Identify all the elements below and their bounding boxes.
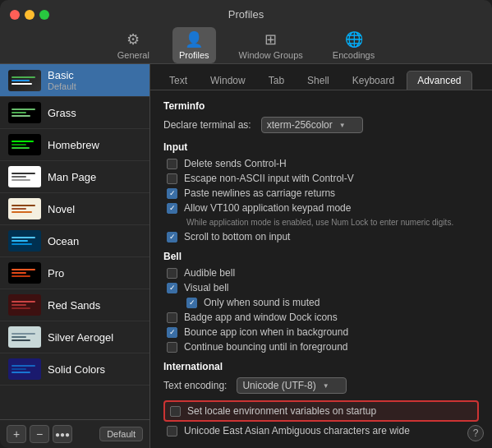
- profile-thumb-silver-aerogel: [8, 326, 41, 348]
- default-button[interactable]: Default: [99, 427, 143, 441]
- profile-list: Basic Default Grass: [0, 64, 149, 419]
- toolbar-encodings[interactable]: 🌐 Encodings: [326, 27, 381, 63]
- profile-info-red-sands: Red Sands: [48, 299, 100, 312]
- profile-item-grass[interactable]: Grass: [0, 97, 149, 129]
- vt100-hint: While application mode is enabled, use N…: [163, 217, 479, 228]
- label-badge-app: Badge app and window Dock icons: [184, 312, 338, 323]
- toolbar-general[interactable]: ⚙ General: [111, 27, 156, 63]
- profile-info-grass: Grass: [48, 107, 76, 119]
- profiles-icon: 👤: [185, 30, 203, 48]
- checkbox-allow-vt100[interactable]: [167, 203, 177, 214]
- bell-badge-app: Badge app and window Dock icons: [163, 312, 479, 323]
- label-visual-bell: Visual bell: [184, 282, 228, 293]
- input-option-1: Escape non-ASCII input with Control-V: [163, 173, 479, 184]
- content-area: Text Window Tab Shell Keyboard Advanced …: [150, 64, 492, 448]
- bell-continue-bouncing: Continue bouncing until in foreground: [163, 341, 479, 353]
- profile-item-homebrew[interactable]: Homebrew: [0, 129, 149, 161]
- tab-shell[interactable]: Shell: [297, 71, 340, 90]
- sidebar: Basic Default Grass: [0, 64, 150, 448]
- profile-thumb-red-sands: [8, 294, 41, 316]
- bell-audible: Audible bell: [163, 267, 479, 279]
- profile-thumb-novel: [8, 198, 41, 219]
- input-option-2: Paste newlines as carriage returns: [163, 187, 479, 199]
- toolbar-window-groups-label: Window Groups: [239, 50, 303, 60]
- toolbar-profiles[interactable]: 👤 Profiles: [172, 27, 216, 63]
- bell-section-title: Bell: [163, 251, 479, 262]
- checkbox-paste-newlines[interactable]: [167, 188, 177, 199]
- encoding-row: Text encoding: Unicode (UTF-8): [163, 377, 479, 394]
- tab-text[interactable]: Text: [159, 71, 198, 90]
- settings-panel: Terminfo Declare terminal as: xterm-256c…: [150, 90, 492, 448]
- checkbox-visual-bell[interactable]: [167, 283, 177, 293]
- minimize-button[interactable]: [25, 10, 34, 20]
- main-area: Basic Default Grass: [0, 64, 492, 448]
- window-groups-icon: ⊞: [264, 30, 277, 48]
- checkbox-audible-bell[interactable]: [167, 268, 177, 279]
- toolbar-window-groups[interactable]: ⊞ Window Groups: [232, 27, 310, 63]
- close-button[interactable]: [10, 10, 20, 20]
- profile-name-novel: Novel: [48, 203, 75, 215]
- label-scroll-bottom: Scroll to bottom on input: [184, 231, 290, 242]
- profile-name-homebrew: Homebrew: [48, 139, 99, 151]
- terminfo-dropdown[interactable]: xterm-256color: [261, 117, 363, 133]
- profile-item-pro[interactable]: Pro: [0, 257, 149, 289]
- checkbox-delete-ctrl-h[interactable]: [167, 159, 177, 169]
- profile-item-silver-aerogel[interactable]: Silver Aerogel: [0, 321, 149, 353]
- checkbox-scroll-bottom[interactable]: [167, 232, 177, 242]
- checkbox-escape-non-ascii[interactable]: [167, 173, 177, 184]
- bell-bounce-app: Bounce app icon when in background: [163, 326, 479, 338]
- label-delete-ctrl-h: Delete sends Control-H: [184, 158, 287, 169]
- profile-name-man-page: Man Page: [48, 171, 96, 183]
- add-profile-button[interactable]: +: [7, 425, 26, 443]
- checkbox-continue-bouncing[interactable]: [167, 342, 177, 353]
- window-title: Profiles: [228, 8, 264, 21]
- profile-name-pro: Pro: [48, 267, 64, 279]
- profile-item-red-sands[interactable]: Red Sands: [0, 289, 149, 321]
- label-paste-newlines: Paste newlines as carriage returns: [184, 187, 335, 199]
- help-button[interactable]: ?: [467, 425, 484, 441]
- encoding-dropdown[interactable]: Unicode (UTF-8): [237, 377, 346, 394]
- label-allow-vt100: Allow VT100 application keypad mode: [184, 202, 351, 214]
- action-profile-button[interactable]: ●●●: [53, 425, 72, 443]
- remove-profile-button[interactable]: −: [30, 425, 49, 443]
- checkbox-set-locale[interactable]: [170, 406, 181, 417]
- set-locale-row: Set locale environment variables on star…: [163, 400, 479, 422]
- international-section-title: International: [163, 361, 479, 372]
- terminfo-dropdown-value: xterm-256color: [267, 119, 333, 131]
- tab-bar: Text Window Tab Shell Keyboard Advanced: [150, 64, 492, 90]
- profile-item-novel[interactable]: Novel: [0, 193, 149, 225]
- checkbox-only-muted[interactable]: [186, 298, 197, 308]
- profile-info-ocean: Ocean: [48, 235, 79, 247]
- label-bounce-app: Bounce app icon when in background: [184, 326, 348, 338]
- profile-info-man-page: Man Page: [48, 171, 96, 183]
- profile-name-red-sands: Red Sands: [48, 299, 100, 312]
- traffic-lights: [10, 10, 49, 20]
- content-wrapper: Text Window Tab Shell Keyboard Advanced …: [150, 64, 492, 448]
- tab-tab[interactable]: Tab: [258, 71, 295, 90]
- profile-info-solid-colors: Solid Colors: [48, 363, 105, 376]
- tab-advanced[interactable]: Advanced: [407, 71, 471, 90]
- bell-visual: Visual bell: [163, 282, 479, 293]
- profile-name-ocean: Ocean: [48, 235, 79, 247]
- tab-window[interactable]: Window: [200, 71, 256, 90]
- input-section-title: Input: [163, 141, 479, 153]
- profile-thumb-homebrew: [8, 134, 41, 155]
- profile-name-silver-aerogel: Silver Aerogel: [48, 331, 113, 344]
- profile-thumb-man-page: [8, 166, 41, 187]
- tab-keyboard[interactable]: Keyboard: [342, 71, 405, 90]
- checkbox-unicode-east-asian[interactable]: [167, 426, 177, 436]
- general-icon: ⚙: [126, 30, 140, 48]
- profile-item-solid-colors[interactable]: Solid Colors: [0, 353, 149, 386]
- checkbox-badge-app[interactable]: [167, 312, 177, 323]
- profile-item-basic[interactable]: Basic Default: [0, 64, 149, 97]
- input-scroll-bottom: Scroll to bottom on input: [163, 231, 479, 242]
- profile-item-man-page[interactable]: Man Page: [0, 161, 149, 193]
- profile-thumb-solid-colors: [8, 358, 41, 380]
- maximize-button[interactable]: [39, 10, 49, 20]
- profile-info-silver-aerogel: Silver Aerogel: [48, 331, 113, 344]
- terminfo-section-title: Terminfo: [163, 100, 479, 112]
- terminfo-declare-label: Declare terminal as:: [163, 119, 251, 131]
- profile-item-ocean[interactable]: Ocean: [0, 225, 149, 257]
- title-bar: Profiles ⚙ General 👤 Profiles ⊞ Window G…: [0, 0, 492, 64]
- checkbox-bounce-app[interactable]: [167, 327, 177, 338]
